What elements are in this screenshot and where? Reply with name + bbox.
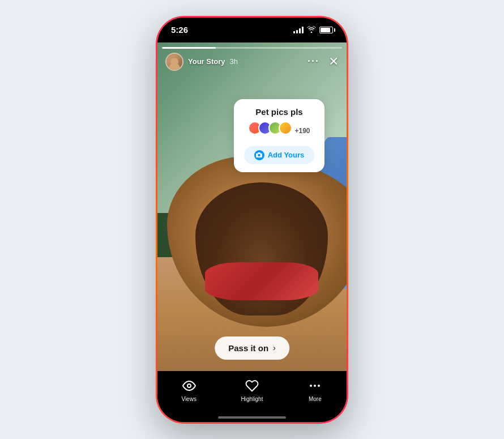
wifi-icon xyxy=(307,25,316,35)
progress-fill xyxy=(162,47,216,49)
views-tab[interactable]: Views xyxy=(172,378,206,402)
highlight-icon xyxy=(244,378,260,394)
pass-it-on-label: Pass it on xyxy=(228,343,268,353)
sticker-avatars xyxy=(248,121,292,135)
add-yours-label: Add Yours xyxy=(268,151,305,159)
avatar xyxy=(165,53,183,71)
status-icons xyxy=(293,25,333,35)
more-options-button[interactable]: ··· xyxy=(307,56,319,67)
more-tab[interactable]: More xyxy=(298,378,332,402)
signal-icon xyxy=(293,27,304,33)
story-user-info: Your Story 3h xyxy=(165,53,238,71)
svg-point-0 xyxy=(187,384,191,387)
sticker-card: Pet pics pls +190 xyxy=(234,99,324,172)
close-button[interactable]: ✕ xyxy=(328,54,339,69)
avatar-image xyxy=(166,54,182,70)
home-indicator xyxy=(218,416,286,419)
story-content: Your Story 3h ··· ✕ Pet pics pls xyxy=(157,42,347,422)
svg-point-3 xyxy=(318,385,320,387)
phone-frame: 5:26 xyxy=(156,16,348,424)
pass-arrow-icon: › xyxy=(273,343,276,352)
svg-point-2 xyxy=(314,385,316,387)
bottom-toolbar: Views Highlight xyxy=(157,371,347,422)
phone-device: 5:26 xyxy=(156,16,348,424)
sticker-title: Pet pics pls xyxy=(244,107,314,117)
status-bar: 5:26 xyxy=(157,18,347,42)
story-header: Your Story 3h ··· ✕ xyxy=(157,53,347,71)
battery-icon xyxy=(319,27,333,33)
add-yours-button[interactable]: Add Yours xyxy=(244,146,314,164)
more-label: More xyxy=(309,396,322,402)
views-label: Views xyxy=(181,396,197,402)
highlight-label: Highlight xyxy=(241,396,263,402)
dog-bandana xyxy=(205,262,318,300)
story-meta: Your Story xyxy=(188,57,225,66)
svg-point-1 xyxy=(310,385,312,387)
more-icon xyxy=(307,378,323,394)
story-time: 3h xyxy=(230,57,238,66)
views-icon xyxy=(181,378,197,394)
camera-icon xyxy=(254,150,264,160)
avatar-count: +190 xyxy=(294,127,310,135)
story-progress-bar xyxy=(162,47,342,49)
status-time: 5:26 xyxy=(171,25,188,35)
highlight-tab[interactable]: Highlight xyxy=(235,378,269,402)
sticker-avatars-row: +190 xyxy=(244,121,314,140)
story-username: Your Story xyxy=(188,57,225,66)
mini-avatar-4 xyxy=(279,121,292,135)
pass-it-on-button[interactable]: Pass it on › xyxy=(215,336,289,360)
story-actions: ··· ✕ xyxy=(307,54,339,69)
